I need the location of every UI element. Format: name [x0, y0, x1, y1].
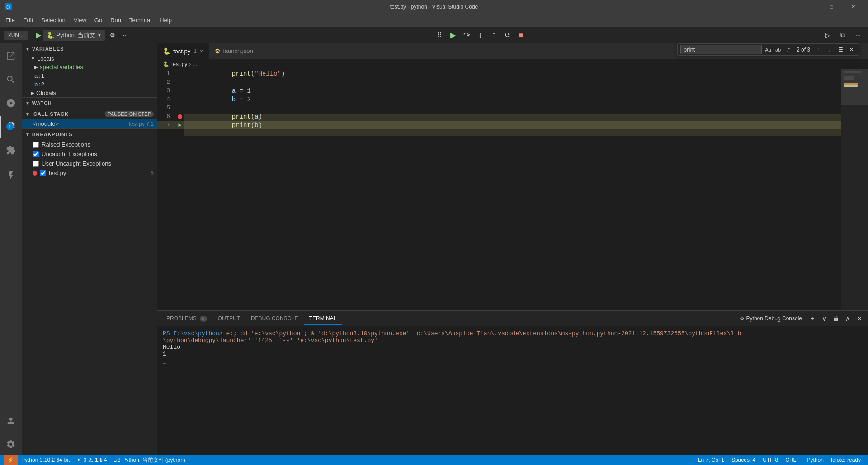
find-regex-button[interactable]: .*	[783, 45, 793, 54]
menu-help[interactable]: Help	[156, 15, 175, 25]
uncaught-exceptions-checkbox[interactable]	[33, 151, 39, 157]
find-toggle-lines-button[interactable]: ☰	[836, 45, 845, 54]
find-case-sensitive-button[interactable]: Aa	[764, 45, 773, 54]
minimap-slider[interactable]	[841, 69, 868, 105]
menu-selection[interactable]: Selection	[38, 15, 69, 25]
python-selector[interactable]: 🐍 Python: 当前文 ▼	[43, 30, 105, 41]
breadcrumb-separator: ›	[189, 61, 191, 67]
test-py-bp-checkbox[interactable]	[40, 170, 46, 176]
split-editor-button[interactable]: ⧉	[836, 29, 849, 42]
activity-accounts[interactable]	[0, 410, 22, 432]
stop-button[interactable]: ■	[514, 29, 527, 42]
menu-edit[interactable]: Edit	[19, 15, 37, 25]
activity-settings[interactable]	[0, 433, 22, 455]
status-branch[interactable]: ⎇ Python: 当前文件 (python)	[110, 455, 189, 465]
activity-source-control[interactable]	[0, 92, 22, 114]
find-next-button[interactable]: ↓	[825, 45, 834, 54]
terminal-line-2: Hello	[163, 344, 863, 351]
settings-gear-button[interactable]: ⚙	[107, 30, 118, 41]
restart-button[interactable]: ↺	[501, 29, 514, 42]
panel-delete-button[interactable]: 🗑	[831, 313, 841, 323]
maximize-button[interactable]: □	[821, 0, 842, 14]
tab-test-py-close[interactable]: ✕	[199, 48, 203, 54]
breakpoints-header[interactable]: ▼ BREAKPOINTS	[22, 129, 157, 140]
step-out-button[interactable]: ↑	[487, 29, 500, 42]
menu-run[interactable]: Run	[107, 15, 125, 25]
status-errors[interactable]: ✕ 0 ⚠ 1 ℹ 4	[73, 455, 110, 465]
var-a-value: 1	[41, 72, 44, 79]
step-over-button[interactable]: ↷	[460, 29, 473, 42]
minimize-button[interactable]: ─	[799, 0, 820, 14]
special-variables-item[interactable]: ▶ special variables	[22, 63, 157, 71]
activity-search[interactable]	[0, 69, 22, 90]
more-actions-button[interactable]: ···	[120, 30, 131, 41]
status-debug-icon[interactable]: ⚡	[4, 455, 18, 465]
status-line-ending[interactable]: CRLF	[782, 455, 803, 465]
breakpoints-label: BREAKPOINTS	[32, 132, 73, 137]
watch-header[interactable]: ▼ WATCH	[22, 98, 157, 109]
status-encoding[interactable]: UTF-8	[759, 455, 782, 465]
menu-file[interactable]: File	[2, 15, 19, 25]
find-close-button[interactable]: ✕	[847, 45, 856, 54]
debug-actions: ⠿ ▶ ↷ ↓ ↑ ↺ ■	[433, 29, 527, 42]
globals-item[interactable]: ▶ Globals	[22, 89, 157, 97]
terminal-cursor-line: █	[163, 357, 863, 364]
locals-item[interactable]: ▼ Locals	[22, 54, 157, 63]
find-whole-word-button[interactable]: ab	[774, 45, 783, 54]
variables-header[interactable]: ▼ VARIABLES	[22, 43, 157, 54]
panel-tab-debug-console[interactable]: DEBUG CONSOLE	[245, 313, 304, 325]
bottom-panel: PROBLEMS 5 OUTPUT DEBUG CONSOLE TERMINAL…	[157, 310, 868, 455]
activity-explorer[interactable]	[0, 45, 22, 67]
run-button[interactable]: ▶	[36, 31, 41, 39]
menu-go[interactable]: Go	[91, 15, 106, 25]
close-button[interactable]: ✕	[843, 0, 863, 14]
activity-testing[interactable]	[0, 165, 22, 186]
call-stack-header[interactable]: ▼ CALL STACK PAUSED ON STEP	[22, 109, 157, 119]
code-editor[interactable]: 1 print("Hello") 2 3 a	[157, 69, 841, 310]
activity-debug[interactable]: 1	[0, 116, 22, 138]
status-feedback[interactable]: Idiote: ready	[827, 455, 864, 465]
status-debug-symbol: ⚡	[7, 457, 14, 463]
find-input[interactable]	[680, 45, 762, 54]
run-area: RUN ...	[4, 31, 28, 40]
left-sidebar: ▼ VARIABLES ▼ Locals ▶ special variables…	[22, 43, 157, 455]
panel-close-button[interactable]: ✕	[854, 313, 864, 323]
breakpoint-test-py[interactable]: test.py 6	[22, 168, 157, 178]
status-line-col[interactable]: Ln 7, Col 1	[694, 455, 728, 465]
user-uncaught-exceptions-checkbox[interactable]	[33, 161, 39, 167]
breadcrumb-filename[interactable]: test.py	[171, 61, 187, 67]
panel-maximize-button[interactable]: ∧	[843, 313, 853, 323]
status-info-count: 4	[104, 457, 107, 463]
panel-add-terminal-button[interactable]: +	[807, 313, 817, 323]
continue-button[interactable]: ▶	[447, 29, 459, 42]
editor-with-minimap: 1 print("Hello") 2 3 a	[157, 69, 868, 310]
find-previous-button[interactable]: ↑	[814, 45, 823, 54]
panel-tab-output[interactable]: OUTPUT	[212, 313, 245, 325]
run-split-button[interactable]: ▷	[821, 29, 834, 42]
tab-launch-json[interactable]: ⚙ launch.json	[209, 43, 259, 59]
globals-label: Globals	[36, 90, 56, 96]
step-into-button[interactable]: ↓	[474, 29, 486, 42]
tab-test-py[interactable]: 🐍 test.py 1 ✕	[157, 43, 209, 59]
panel-tab-terminal[interactable]: TERMINAL	[304, 313, 342, 325]
status-spaces[interactable]: Spaces: 4	[728, 455, 759, 465]
menu-view[interactable]: View	[70, 15, 90, 25]
call-stack-frame-item[interactable]: <module> test.py 7:1	[22, 119, 157, 128]
call-stack-frame-name: <module>	[33, 120, 59, 127]
raised-exceptions-checkbox[interactable]	[33, 142, 39, 148]
status-language-text: Python	[807, 457, 824, 463]
title-bar: ⬡ test.py - python - Visual Studio Code …	[0, 0, 868, 14]
status-line-col-text: Ln 7, Col 1	[698, 457, 724, 463]
panel-terminal-dropdown[interactable]: ∨	[819, 313, 829, 323]
activity-extensions[interactable]	[0, 139, 22, 161]
find-count: 2 of 3	[794, 47, 812, 53]
panel-tabs: PROBLEMS 5 OUTPUT DEBUG CONSOLE TERMINAL…	[157, 311, 868, 327]
status-language[interactable]: Python	[803, 455, 827, 465]
breadcrumb-more[interactable]: ...	[193, 61, 197, 67]
status-info-icon: ℹ	[100, 457, 102, 463]
status-python-version[interactable]: Python 3.10.2 64-bit	[18, 455, 73, 465]
main-layout: 1 ▼ VARIABLES ▼ Locals	[0, 43, 868, 455]
panel-tab-problems[interactable]: PROBLEMS 5	[161, 313, 212, 325]
menu-terminal[interactable]: Terminal	[126, 15, 155, 25]
more-options-button[interactable]: ···	[852, 29, 864, 42]
